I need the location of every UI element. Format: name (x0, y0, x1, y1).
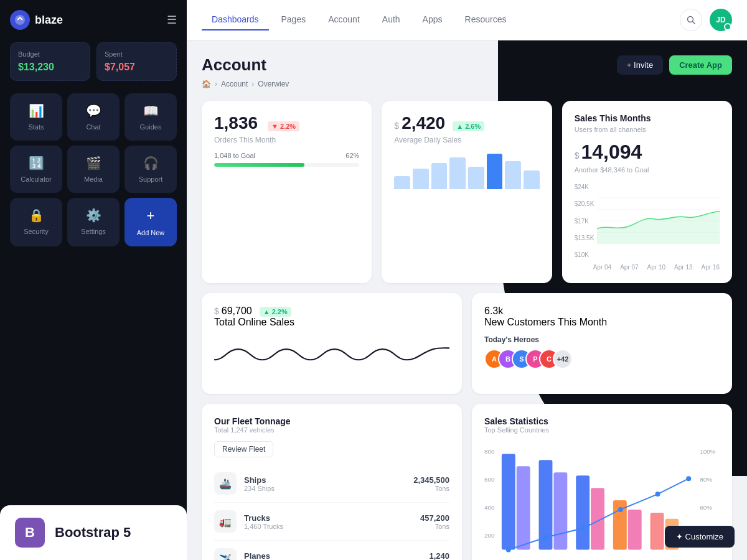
sidebar-item-security[interactable]: 🔒 Security (10, 198, 62, 246)
trucks-name: Trucks (244, 513, 420, 523)
line-chart-svg (597, 184, 720, 258)
svg-line-2 (693, 22, 695, 24)
fleet-name-ships: Ships 234 Ships (244, 475, 413, 492)
daily-sales-label: Average Daily Sales (394, 136, 539, 144)
x-label-5: Apr 16 (702, 264, 720, 271)
stats-row-2: $ 69,700 ▲ 2.2% Total Online Sales 6.3k … (202, 293, 732, 394)
search-button[interactable] (680, 9, 702, 31)
sidebar-item-chat[interactable]: 💬 Chat (67, 93, 120, 141)
svg-text:400: 400 (484, 504, 495, 511)
svg-rect-18 (553, 472, 567, 549)
bootstrap-text: Bootstrap 5 (55, 525, 131, 541)
sidebar-item-media[interactable]: 🎬 Media (67, 146, 120, 193)
menu-icon[interactable]: ☰ (167, 13, 177, 27)
nav-grid-2: 🔒 Security ⚙️ Settings + Add New (10, 198, 177, 246)
sidebar-item-guides[interactable]: 📖 Guides (125, 93, 177, 141)
logo-text: blaze (35, 14, 63, 27)
nav-link-auth[interactable]: Auth (372, 9, 410, 30)
page-header: Account + Invite Create App (202, 55, 732, 75)
nav-link-dashboards[interactable]: Dashboards (202, 9, 269, 30)
fleet-name-trucks: Trucks 1,460 Trucks (244, 513, 420, 530)
svg-text:100%: 100% (700, 448, 716, 455)
trucks-unit: Tons (420, 523, 449, 530)
heroes-title: Today's Heroes (484, 335, 720, 344)
orders-value: 1,836 (214, 113, 258, 133)
total-sales-label: Total Online Sales (214, 317, 449, 328)
sidebar-item-add-new[interactable]: + Add New (125, 198, 177, 246)
new-customers-card: 6.3k New Customers This Month Today's He… (472, 293, 732, 394)
orders-badge: ▼ 2.2% (268, 121, 299, 131)
nav-link-apps[interactable]: Apps (413, 9, 453, 30)
sidebar-item-stats[interactable]: 📊 Stats (10, 93, 62, 141)
breadcrumb-home: 🏠 (202, 80, 211, 88)
spent-card: Spent $7,057 (96, 42, 177, 81)
nav-link-pages[interactable]: Pages (271, 9, 316, 30)
planes-amount: 1,240 (429, 551, 449, 561)
page-area: Account + Invite Create App 🏠 › Account … (187, 40, 747, 560)
orders-progress: 1,048 to Goal 62% (214, 152, 359, 167)
hero-avatar-count: +42 (553, 349, 573, 369)
guides-label: Guides (140, 123, 162, 131)
budget-cards: Budget $13,230 Spent $7,057 (10, 42, 177, 81)
fleet-row-planes: ✈️ Planes 8 Aircrafts 1,240 Tons (214, 541, 449, 560)
daily-sales-card: $ 2,420 ▲ 2.6% Average Daily Sales (382, 101, 552, 283)
fleet-row-trucks: 🚛 Trucks 1,460 Trucks 457,200 Tons (214, 503, 449, 541)
breadcrumb-account: Account (221, 80, 248, 88)
planes-icon: ✈️ (214, 548, 237, 560)
bar-2 (413, 169, 429, 189)
breadcrumb: 🏠 › Account › Overwiev (202, 80, 732, 88)
total-sales-badge: ▲ 2.2% (260, 307, 291, 317)
nav-link-resources[interactable]: Resources (455, 9, 517, 30)
sales-prefix: $ (575, 151, 580, 161)
sales-sub-text: Another $48,346 to Goal (575, 166, 720, 174)
guides-icon: 📖 (143, 103, 159, 118)
trucks-count: 1,460 Trucks (244, 523, 420, 530)
top-nav-links: Dashboards Pages Account Auth Apps Resou… (202, 9, 516, 30)
sidebar-item-settings[interactable]: ⚙️ Settings (67, 198, 120, 246)
svg-rect-19 (576, 475, 590, 549)
media-label: Media (84, 175, 103, 183)
support-icon: 🎧 (143, 156, 159, 170)
fleet-value-ships: 2,345,500 Tons (413, 475, 449, 492)
sidebar-item-support[interactable]: 🎧 Support (125, 146, 177, 193)
invite-button[interactable]: + Invite (617, 55, 663, 75)
bar-4 (449, 157, 466, 189)
fleet-sub: Total 1,247 vehicles (214, 426, 449, 434)
heroes-section: Today's Heroes A B S P C +42 (484, 335, 720, 369)
spent-value: $7,057 (105, 62, 169, 73)
review-fleet-button[interactable]: Review Fleet (214, 441, 273, 457)
svg-rect-15 (502, 454, 515, 549)
new-customers-label: New Customers This Month (484, 317, 720, 328)
svg-rect-16 (517, 466, 530, 549)
sales-month-card: Sales This Months Users from all channel… (562, 101, 732, 283)
search-icon (687, 16, 695, 24)
fleet-card: Our Fleet Tonnage Total 1,247 vehicles R… (202, 404, 462, 560)
top-nav-right: JD (680, 9, 732, 31)
svg-text:60%: 60% (700, 504, 712, 511)
sidebar-item-calculator[interactable]: 🔢 Calculator (10, 146, 62, 193)
svg-point-28 (618, 507, 623, 512)
user-avatar[interactable]: JD (710, 9, 732, 31)
stats-row-1: 1,836 ▼ 2.2% Orders This Month 1,048 to … (202, 101, 732, 283)
ships-unit: Tons (413, 485, 449, 492)
support-label: Support (139, 175, 163, 183)
sales-month-sub: Users from all channels (575, 126, 720, 133)
budget-card: Budget $13,230 (10, 42, 90, 81)
sidebar-logo: blaze (10, 10, 63, 30)
heroes-avatars: A B S P C +42 (484, 349, 720, 369)
nav-link-account[interactable]: Account (318, 9, 370, 30)
calculator-label: Calculator (21, 175, 52, 183)
spent-label: Spent (105, 50, 169, 58)
daily-sales-badge: ▲ 2.6% (453, 121, 484, 131)
y-label-3: $17K (575, 218, 594, 225)
line-chart-area: $24K $20.5K $17K $13.5K $10K (575, 184, 720, 271)
customize-button[interactable]: ✦ Customize (665, 526, 735, 548)
orders-card: 1,836 ▼ 2.2% Orders This Month 1,048 to … (202, 101, 372, 283)
create-app-button[interactable]: Create App (669, 55, 732, 75)
svg-rect-22 (628, 510, 642, 550)
svg-text:80%: 80% (700, 476, 712, 483)
bar-8 (524, 170, 540, 189)
settings-label: Settings (81, 228, 106, 235)
ships-icon: 🚢 (214, 472, 237, 495)
chart-labels-y: $24K $20.5K $17K $13.5K $10K (575, 184, 594, 258)
